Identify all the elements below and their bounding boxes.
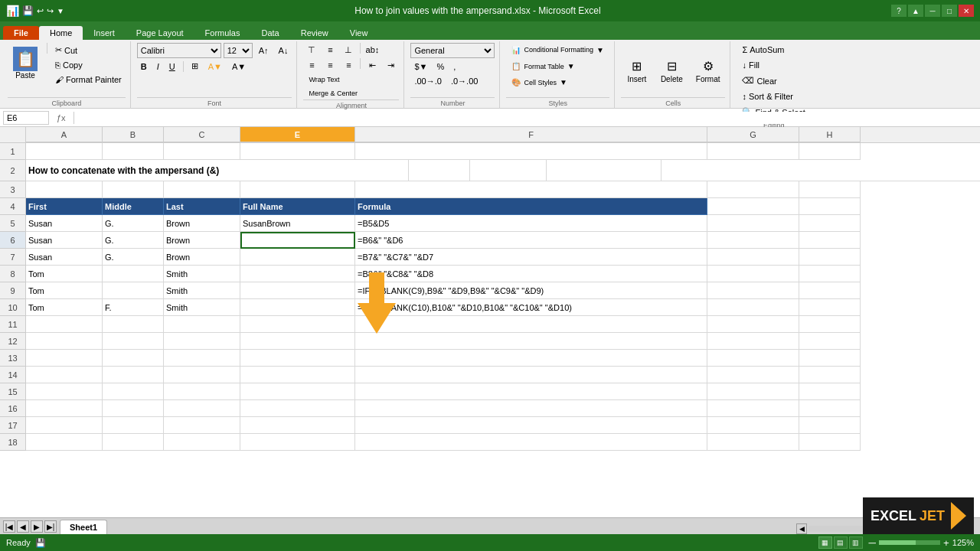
cell-g9[interactable] (799, 282, 861, 299)
col-header-f[interactable]: G (707, 127, 799, 142)
tab-home[interactable]: Home (39, 26, 83, 40)
fill-button[interactable]: ↓ Fill (737, 58, 810, 72)
zoom-level[interactable]: 125% (952, 538, 974, 547)
cell-e5[interactable]: =B5&D5 (355, 215, 707, 232)
row-header-7[interactable]: 7 (0, 249, 26, 266)
cell-b11[interactable] (103, 316, 164, 333)
row-header-17[interactable]: 17 (0, 417, 26, 434)
cell-g3[interactable] (799, 181, 861, 198)
page-layout-view-button[interactable]: ▤ (834, 536, 848, 549)
cell-e17[interactable] (355, 417, 707, 434)
cell-b4[interactable]: Middle (103, 198, 164, 215)
cell-g14[interactable] (799, 367, 861, 383)
cell-a13[interactable] (26, 350, 103, 367)
cell-c2[interactable] (470, 160, 547, 181)
cell-b8[interactable] (103, 266, 164, 282)
cell-b12[interactable] (103, 333, 164, 350)
quick-access-dropdown[interactable]: ▼ (57, 7, 64, 15)
cell-d4[interactable]: Full Name (240, 198, 355, 215)
increase-decimal-button[interactable]: .00→.0 (410, 75, 445, 87)
cell-b5[interactable]: G. (103, 215, 164, 232)
row-header-10[interactable]: 10 (0, 299, 26, 316)
quick-access-save[interactable]: 💾 (22, 5, 34, 16)
cell-e13[interactable] (355, 350, 707, 367)
row-header-16[interactable]: 16 (0, 400, 26, 417)
cell-a8[interactable]: Tom (26, 266, 103, 282)
col-header-c[interactable]: C (164, 127, 240, 142)
insert-button[interactable]: ⊞ Insert (621, 54, 653, 86)
cell-g4[interactable] (799, 198, 861, 215)
cell-d13[interactable] (240, 350, 355, 367)
row-header-2[interactable]: 2 (0, 160, 26, 181)
cell-a12[interactable] (26, 333, 103, 350)
cell-e2[interactable] (662, 160, 980, 181)
cell-d10[interactable] (240, 299, 355, 316)
wrap-text-button[interactable]: Wrap Text (303, 73, 345, 86)
cell-e4[interactable]: Formula (355, 198, 707, 215)
cell-d17[interactable] (240, 417, 355, 434)
cell-f3[interactable] (707, 181, 799, 198)
cell-a16[interactable] (26, 400, 103, 417)
cell-e1[interactable] (355, 143, 707, 160)
increase-indent-button[interactable]: ⇥ (382, 58, 399, 72)
align-middle-button[interactable]: ≡ (322, 43, 338, 57)
decrease-font-button[interactable]: A↓ (275, 44, 292, 57)
cell-e7[interactable]: =B7&" "&C7&" "&D7 (355, 249, 707, 266)
cell-c14[interactable] (164, 367, 240, 383)
cell-g11[interactable] (799, 316, 861, 333)
quick-access-undo[interactable]: ↩ (37, 6, 44, 16)
paste-button[interactable]: 📋 Paste (8, 43, 43, 97)
cell-g13[interactable] (799, 350, 861, 367)
cell-c10[interactable]: Smith (164, 299, 240, 316)
cell-c13[interactable] (164, 350, 240, 367)
cell-d18[interactable] (240, 434, 355, 451)
merge-center-button[interactable]: Merge & Center (303, 87, 363, 99)
sheet-first-button[interactable]: |◀ (3, 520, 15, 533)
cell-c15[interactable] (164, 383, 240, 400)
col-header-a[interactable]: A (26, 127, 103, 142)
format-table-button[interactable]: 📋 Format Table ▼ (506, 59, 609, 73)
cell-a11[interactable] (26, 316, 103, 333)
bold-button[interactable]: B (137, 60, 151, 73)
cell-a2[interactable]: How to concatenate with the ampersand (&… (26, 160, 409, 181)
row-header-5[interactable]: 5 (0, 215, 26, 232)
cell-e11[interactable] (355, 316, 707, 333)
page-break-view-button[interactable]: ▥ (849, 536, 863, 549)
cell-e14[interactable] (355, 367, 707, 383)
cell-d7[interactable] (240, 249, 355, 266)
quick-access-redo[interactable]: ↪ (47, 6, 54, 16)
cell-f5[interactable] (707, 215, 799, 232)
cell-g17[interactable] (799, 417, 861, 434)
cell-f9[interactable] (707, 282, 799, 299)
percent-button[interactable]: % (433, 60, 448, 73)
cell-g7[interactable] (799, 249, 861, 266)
col-header-b[interactable]: B (103, 127, 164, 142)
cell-e12[interactable] (355, 333, 707, 350)
cell-styles-button[interactable]: 🎨 Cell Styles ▼ (506, 75, 609, 90)
text-angle-button[interactable]: ab↕ (364, 43, 381, 57)
tab-page-layout[interactable]: Page Layout (126, 26, 194, 40)
cell-e15[interactable] (355, 383, 707, 400)
horz-scroll-left[interactable]: ◀ (796, 523, 807, 534)
formula-input[interactable] (77, 112, 977, 124)
sheet-next-button[interactable]: ▶ (31, 520, 43, 533)
cell-c12[interactable] (164, 333, 240, 350)
row-header-4[interactable]: 4 (0, 198, 26, 215)
cell-g15[interactable] (799, 383, 861, 400)
tab-formulas[interactable]: Formulas (194, 26, 251, 40)
format-painter-button[interactable]: 🖌 Format Painter (51, 73, 126, 86)
cut-button[interactable]: ✂ Cut (51, 43, 126, 57)
cell-a5[interactable]: Susan (26, 215, 103, 232)
function-button[interactable]: ƒx (52, 112, 70, 124)
italic-button[interactable]: I (153, 60, 163, 73)
col-header-e[interactable]: F (355, 127, 707, 142)
cell-e10[interactable]: =IF(ISBLANK(C10),B10&" "&D10,B10&" "&C10… (355, 299, 707, 316)
cell-e3[interactable] (355, 181, 707, 198)
cell-a3[interactable] (26, 181, 103, 198)
cell-g8[interactable] (799, 266, 861, 282)
cell-f8[interactable] (707, 266, 799, 282)
row-header-3[interactable]: 3 (0, 181, 26, 198)
sheet-tab-sheet1[interactable]: Sheet1 (60, 520, 107, 534)
tab-data[interactable]: Data (250, 26, 289, 40)
fill-color-button[interactable]: A▼ (204, 60, 226, 73)
